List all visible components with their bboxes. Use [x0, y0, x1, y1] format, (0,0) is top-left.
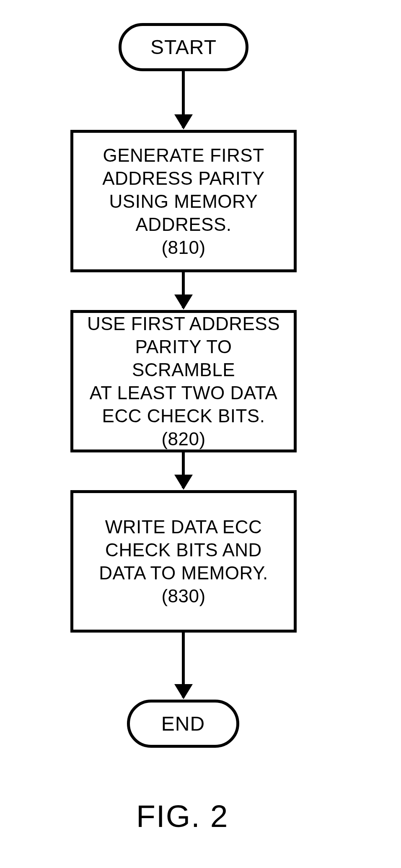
arrow-start-to-810 [182, 71, 185, 128]
flowchart-canvas: START GENERATE FIRST ADDRESS PARITY USIN… [0, 0, 401, 868]
figure-caption-text: FIG. 2 [136, 798, 228, 834]
arrow-810-to-820 [182, 272, 185, 308]
figure-caption: FIG. 2 [136, 798, 228, 834]
arrow-820-to-830 [182, 452, 185, 488]
process-810-text: GENERATE FIRST ADDRESS PARITY USING MEMO… [102, 144, 265, 259]
arrow-830-to-end [182, 633, 185, 698]
start-label: START [150, 36, 217, 59]
process-810: GENERATE FIRST ADDRESS PARITY USING MEMO… [70, 130, 297, 272]
end-label: END [161, 712, 205, 735]
process-820: USE FIRST ADDRESS PARITY TO SCRAMBLE AT … [70, 310, 297, 452]
process-830: WRITE DATA ECC CHECK BITS AND DATA TO ME… [70, 490, 297, 633]
start-terminal: START [119, 23, 248, 71]
process-830-text: WRITE DATA ECC CHECK BITS AND DATA TO ME… [99, 515, 268, 607]
process-820-text: USE FIRST ADDRESS PARITY TO SCRAMBLE AT … [83, 312, 284, 450]
end-terminal: END [127, 700, 239, 748]
